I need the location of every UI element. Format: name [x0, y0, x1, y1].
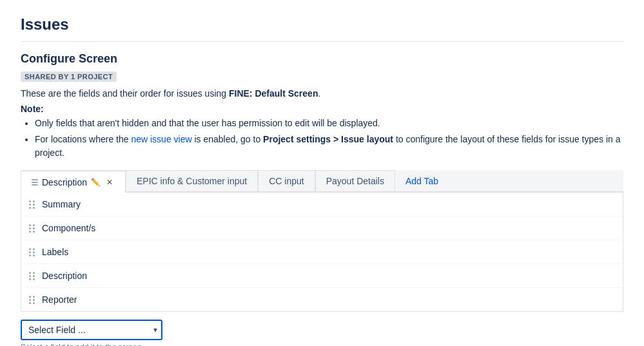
drag-handle[interactable]	[29, 248, 35, 256]
title-divider	[21, 41, 623, 42]
select-hint: Select a field to add it to the screen.	[21, 343, 623, 346]
select-field-container: Select Field ... ▾ Select a field to add…	[21, 320, 623, 346]
tab-cc-input[interactable]: CC input	[258, 170, 315, 191]
tab-epic-info[interactable]: EPIC info & Customer input	[126, 170, 258, 191]
tab-description-label: Description	[42, 177, 87, 187]
fields-list: SummaryComponent/sLabelsDescriptionRepor…	[21, 193, 623, 312]
tab-description[interactable]: Description ✏️ ✕	[21, 170, 126, 193]
table-row: Component/s	[21, 216, 623, 240]
note-item-2: For locations where the new issue view i…	[35, 133, 623, 160]
tab-epic-info-label: EPIC info & Customer input	[137, 176, 247, 186]
page-title: Issues	[21, 15, 623, 34]
tabs-container: Description ✏️ ✕ EPIC info & Customer in…	[21, 170, 623, 193]
note-item-1: Only fields that aren't hidden and that …	[35, 117, 623, 130]
field-name-label: Labels	[42, 247, 68, 257]
tab-drag-handle-description[interactable]	[32, 179, 38, 186]
notes-list: Only fields that aren't hidden and that …	[21, 117, 623, 160]
table-row: Labels	[21, 240, 623, 264]
tab-payout-details[interactable]: Payout Details	[315, 170, 395, 191]
field-name-label: Component/s	[42, 223, 95, 233]
table-row: Summary	[21, 193, 623, 216]
screen-description: These are the fields and their order for…	[21, 88, 623, 99]
shared-badge: SHARED BY 1 PROJECT	[21, 72, 117, 82]
tab-payout-details-label: Payout Details	[326, 176, 384, 186]
field-name-label: Summary	[42, 199, 81, 209]
drag-handle[interactable]	[29, 224, 35, 233]
drag-handle[interactable]	[29, 200, 35, 209]
drag-handle[interactable]	[29, 272, 35, 280]
field-name-label: Reporter	[42, 294, 77, 305]
tab-close-description[interactable]: ✕	[104, 177, 115, 187]
select-wrapper: Select Field ... ▾	[21, 320, 162, 340]
section-title: Configure Screen	[21, 52, 623, 66]
note-label: Note:	[21, 104, 623, 114]
table-row: Reporter	[21, 288, 623, 311]
table-row: Description	[21, 264, 623, 288]
tab-edit-icon[interactable]: ✏️	[91, 178, 101, 187]
select-field-input[interactable]: Select Field ...	[21, 320, 162, 340]
new-issue-view-link[interactable]: new issue view	[131, 134, 191, 144]
field-name-label: Description	[42, 271, 87, 281]
add-tab-button[interactable]: Add Tab	[395, 170, 449, 191]
tab-cc-input-label: CC input	[269, 176, 304, 186]
drag-handle[interactable]	[29, 296, 35, 304]
